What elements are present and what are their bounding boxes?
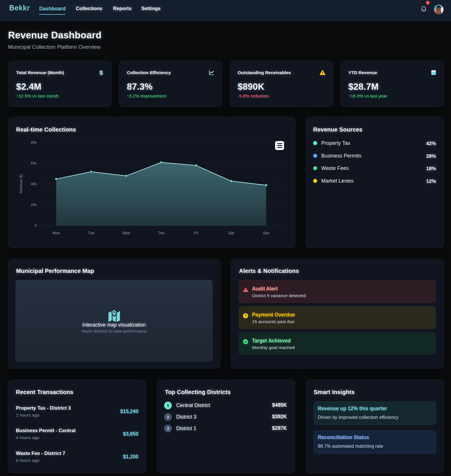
svg-text:Fri: Fri: [194, 231, 198, 235]
svg-text:40k: 40k: [31, 182, 37, 186]
svg-text:Tue: Tue: [88, 231, 94, 235]
svg-text:80k: 80k: [31, 140, 37, 145]
svg-text:Revenue ($): Revenue ($): [19, 174, 23, 193]
svg-text:60k: 60k: [31, 161, 37, 165]
svg-text:20k: 20k: [31, 203, 37, 207]
svg-text:Sun: Sun: [263, 231, 269, 235]
svg-text:0: 0: [35, 224, 37, 228]
svg-text:Sat: Sat: [228, 231, 234, 235]
svg-text:Mon: Mon: [52, 231, 60, 235]
svg-text:Wed: Wed: [122, 231, 130, 235]
svg-text:Thu: Thu: [158, 231, 164, 235]
